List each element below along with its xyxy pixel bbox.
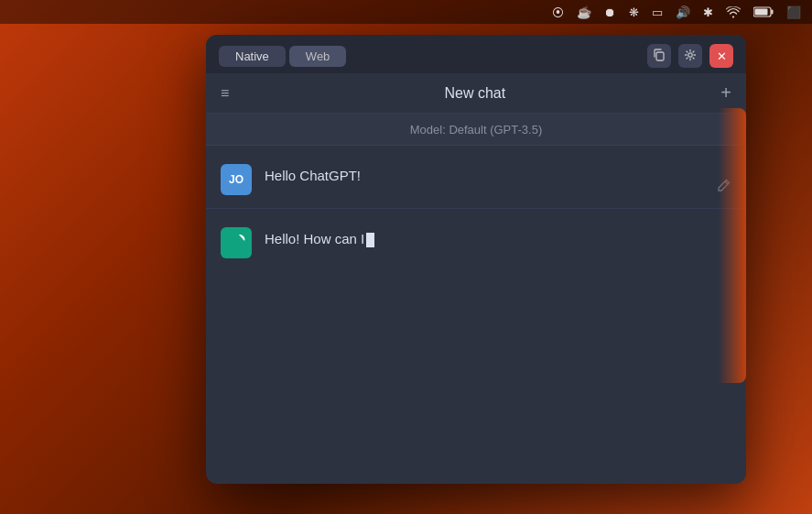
menubar-icon-battery bbox=[753, 6, 774, 17]
model-bar: Model: Default (GPT-3.5) bbox=[206, 114, 746, 146]
svg-rect-3 bbox=[656, 52, 664, 60]
menubar-icon-wifi bbox=[726, 6, 741, 18]
copy-button[interactable] bbox=[647, 44, 671, 68]
assistant-message-text: Hello! How can I bbox=[265, 231, 364, 246]
menubar-icon-bluetooth: ✱ bbox=[703, 5, 713, 19]
tab-bar: Native Web bbox=[206, 35, 746, 73]
tab-web[interactable]: Web bbox=[289, 46, 347, 67]
header-title: New chat bbox=[229, 85, 720, 102]
chat-area: JO Hello ChatGPT! Hello! How can I bbox=[206, 146, 746, 271]
user-avatar: JO bbox=[221, 164, 252, 195]
new-chat-button[interactable]: + bbox=[720, 82, 731, 104]
tab-bar-right: ✕ bbox=[647, 44, 733, 68]
settings-button[interactable] bbox=[678, 44, 702, 68]
close-icon: ✕ bbox=[717, 49, 727, 63]
menubar-icon-misc: ⬛ bbox=[786, 5, 801, 19]
user-message-content: Hello ChatGPT! bbox=[265, 162, 731, 187]
assistant-message-content: Hello! How can I bbox=[265, 225, 731, 250]
menubar-icon-1: ⦿ bbox=[552, 5, 564, 19]
message-row-assistant: Hello! How can I bbox=[206, 209, 746, 271]
copy-icon bbox=[653, 49, 666, 64]
menubar-icon-volume: 🔊 bbox=[676, 5, 690, 19]
menubar-icon-display: ▭ bbox=[652, 5, 663, 19]
tab-native[interactable]: Native bbox=[219, 46, 286, 67]
model-label: Model: Default (GPT-3.5) bbox=[410, 123, 543, 137]
gpt-avatar bbox=[221, 227, 252, 258]
edit-icon[interactable] bbox=[717, 178, 731, 195]
menubar-icon-grid: ❋ bbox=[629, 5, 639, 19]
svg-rect-2 bbox=[755, 9, 768, 16]
gear-icon bbox=[684, 49, 697, 64]
menubar: ⦿ ☕ ⏺ ❋ ▭ 🔊 ✱ ⬛ bbox=[0, 0, 812, 24]
svg-rect-1 bbox=[772, 10, 774, 15]
menubar-icon-record: ⏺ bbox=[604, 5, 616, 19]
user-initials: JO bbox=[229, 173, 244, 186]
header-bar: ≡ New chat + bbox=[206, 73, 746, 114]
typing-cursor bbox=[366, 233, 374, 247]
tab-bar-left: Native Web bbox=[219, 46, 346, 67]
close-button[interactable]: ✕ bbox=[709, 44, 733, 68]
menubar-icon-2: ☕ bbox=[577, 5, 591, 19]
hamburger-menu-icon[interactable]: ≡ bbox=[221, 85, 229, 102]
message-row-user: JO Hello ChatGPT! bbox=[206, 146, 746, 209]
svg-point-4 bbox=[688, 52, 692, 56]
app-window: Native Web bbox=[206, 35, 746, 484]
